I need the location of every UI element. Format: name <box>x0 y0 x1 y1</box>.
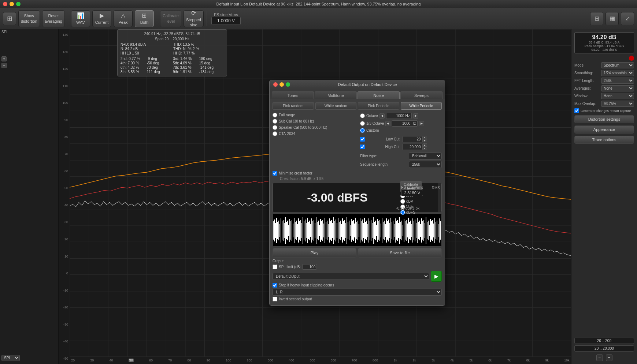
gen-close-button[interactable] <box>273 82 278 87</box>
gen-maximize-button[interactable] <box>286 82 290 87</box>
maximize-button[interactable] <box>16 2 21 6</box>
channel-select[interactable]: L+R L R <box>273 289 442 296</box>
dbfs-radio[interactable] <box>400 210 405 215</box>
svg-rect-135 <box>377 219 378 242</box>
svg-rect-180 <box>427 222 427 239</box>
low-cut-down[interactable]: ▼ <box>423 139 427 142</box>
calibrate-level-button[interactable]: Calibrate level <box>160 10 181 27</box>
output-device-row: Default Output ▶ <box>273 271 442 282</box>
reset-averaging-button[interactable]: Reset averaging <box>42 10 65 27</box>
noise-white-periodic-button[interactable]: White Periodic <box>401 102 442 110</box>
trace-options-button[interactable]: Trace options <box>574 136 634 144</box>
tab-multitone[interactable]: Multitone <box>315 91 357 99</box>
svg-rect-100 <box>339 222 340 239</box>
full-range-radio[interactable] <box>273 113 277 117</box>
grid-view-button[interactable]: ⊞ <box>590 12 603 25</box>
level-readout-sub2: Peak sample: -11.04 dBFS <box>577 44 632 48</box>
show-distortion-button[interactable]: Show distortion <box>18 10 40 27</box>
octave-freq-input[interactable] <box>386 113 412 119</box>
high-cut-input[interactable] <box>403 144 423 150</box>
save-to-file-button[interactable]: Save to file <box>358 248 442 258</box>
range-box-2[interactable]: 20 .. 20,000 <box>574 345 634 352</box>
svg-rect-112 <box>352 221 353 240</box>
octave-radio[interactable] <box>360 113 365 118</box>
low-cut-input[interactable] <box>403 136 423 142</box>
spl-select[interactable]: SPL dBFS <box>1 355 20 361</box>
svg-rect-118 <box>359 224 359 237</box>
close-button[interactable] <box>3 2 7 6</box>
zoom-in-button[interactable]: + <box>606 354 612 361</box>
octave-1-3-next-button[interactable]: ▶ <box>419 121 424 126</box>
minimise-crest-checkbox[interactable] <box>273 171 277 176</box>
spl-limit-checkbox[interactable] <box>273 264 277 269</box>
svg-rect-166 <box>411 224 412 237</box>
play-button[interactable]: Play <box>273 248 356 258</box>
spl-minus-button[interactable]: − <box>1 63 7 68</box>
svg-rect-42 <box>275 223 276 238</box>
bars-button[interactable]: ▦ <box>605 12 619 25</box>
stop-heavy-checkbox[interactable] <box>273 283 277 288</box>
svg-rect-54 <box>288 225 289 236</box>
octave-1-3-freq-input[interactable] <box>392 120 418 127</box>
high-cut-checkbox[interactable] <box>360 145 365 149</box>
sub-cal-radio[interactable] <box>273 119 277 124</box>
stepped-sine-button[interactable]: ⟳ Stepped sine <box>184 10 204 27</box>
high-cut-up[interactable]: ▲ <box>423 143 427 147</box>
window-select[interactable]: Hann Flat Top Rectangular <box>601 93 634 99</box>
octave-1-3-prev-button[interactable]: ◀ <box>385 121 390 126</box>
svg-rect-59 <box>294 218 295 243</box>
averages-select[interactable]: None 2 4 8 <box>601 85 634 91</box>
generator-restart-checkbox[interactable] <box>574 108 579 113</box>
spl-plus-button[interactable]: + <box>1 56 7 61</box>
svg-rect-44 <box>277 222 278 239</box>
fft-select[interactable]: 256k 128k 64k <box>601 78 634 84</box>
max-overlap-select[interactable]: 93.75% 87.5% 75% <box>601 101 634 107</box>
tab-sweeps[interactable]: Sweeps <box>400 91 442 99</box>
dbv-radio[interactable] <box>400 199 405 204</box>
peak-button[interactable]: △ Peak <box>114 10 133 27</box>
invert-second-checkbox[interactable] <box>273 297 277 301</box>
smoothing-select[interactable]: 1/24 smoothing 1/12 smoothing 1/6 smooth… <box>601 70 634 76</box>
distortion-settings-button[interactable]: Distortion settings <box>574 115 634 123</box>
seq-length-select[interactable]: 256k 128k 64k <box>409 161 442 168</box>
noise-pink-periodic-button[interactable]: Pink Periodic <box>358 102 399 110</box>
octave-prev-button[interactable]: ◀ <box>379 113 385 119</box>
svg-rect-148 <box>392 222 392 239</box>
gen-minimize-button[interactable] <box>279 82 284 87</box>
custom-radio[interactable] <box>360 128 365 133</box>
app-icon-button[interactable]: ⊞ <box>3 12 16 25</box>
octave-next-button[interactable]: ▶ <box>413 113 418 119</box>
tab-noise[interactable]: Noise <box>358 91 400 99</box>
svg-rect-46 <box>279 224 280 237</box>
output-device-select[interactable]: Default Output <box>273 273 429 280</box>
both-button[interactable]: ⊞ Both <box>135 10 154 27</box>
svg-rect-134 <box>376 225 377 236</box>
mode-select[interactable]: Spectrum RTA Oscilloscope <box>601 62 634 68</box>
minimize-button[interactable] <box>10 2 14 6</box>
svg-rect-132 <box>374 222 375 239</box>
wav-button[interactable]: 📊 WAV <box>71 10 90 27</box>
octave-1-3-radio[interactable] <box>360 121 365 126</box>
range-box-1[interactable]: 20 .. 200 <box>574 338 634 344</box>
play-green-button[interactable]: ▶ <box>431 271 442 282</box>
svg-rect-127 <box>369 218 369 243</box>
appearance-button[interactable]: Appearance <box>574 125 634 134</box>
low-cut-spin: ▲ ▼ <box>403 136 442 142</box>
high-cut-down[interactable]: ▼ <box>423 147 427 150</box>
current-button[interactable]: ▶ Current <box>92 10 111 27</box>
filter-type-select[interactable]: Brickwall Butterworth <box>409 153 442 160</box>
low-cut-checkbox[interactable] <box>360 137 365 142</box>
zoom-out-button[interactable]: − <box>596 354 603 361</box>
speaker-cal-radio[interactable] <box>273 125 277 130</box>
fullscreen-button[interactable]: ⤢ <box>621 12 634 25</box>
y-label-90: 90 <box>59 118 70 122</box>
dbv-radio-row: dBV <box>400 199 422 204</box>
low-cut-up[interactable]: ▲ <box>423 136 427 139</box>
noise-pink-random-button[interactable]: Pink random <box>273 102 314 110</box>
cta2034-radio[interactable] <box>273 131 277 136</box>
svg-rect-150 <box>394 224 395 237</box>
spl-limit-input[interactable] <box>302 264 317 270</box>
svg-rect-124 <box>365 222 366 239</box>
tab-tones[interactable]: Tones <box>272 91 314 99</box>
noise-white-random-button[interactable]: White random <box>315 102 357 110</box>
